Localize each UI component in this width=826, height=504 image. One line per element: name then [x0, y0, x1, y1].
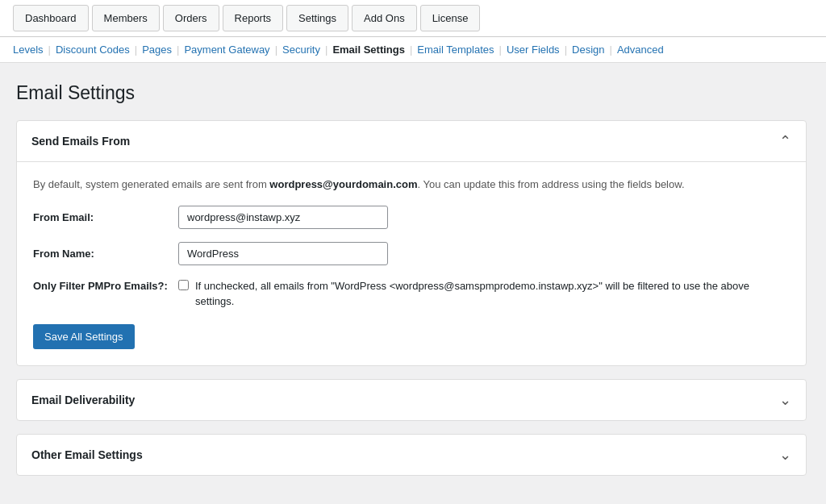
section-title-send-emails-from: Send Emails From — [31, 135, 130, 148]
sub-nav-payment-gateway[interactable]: Payment Gateway — [184, 44, 269, 56]
nav-btn-settings[interactable]: Settings — [286, 5, 348, 31]
separator: | — [44, 44, 56, 56]
sub-nav-pages[interactable]: Pages — [142, 44, 172, 56]
top-nav: Dashboard Members Orders Reports Setting… — [0, 0, 826, 37]
sub-nav-discount-codes[interactable]: Discount Codes — [56, 44, 130, 56]
chevron-down-icon-other: ⌄ — [779, 446, 791, 464]
from-name-row: From Name: — [33, 242, 790, 265]
description-before: By default, system generated emails are … — [33, 178, 269, 190]
separator: | — [270, 44, 282, 56]
separator: | — [320, 44, 332, 56]
section-header-email-deliverability[interactable]: Email Deliverability ⌄ — [17, 380, 806, 420]
from-email-label: From Email: — [33, 211, 178, 223]
chevron-down-icon: ⌄ — [779, 391, 791, 409]
sub-nav-user-fields[interactable]: User Fields — [507, 44, 560, 56]
sub-nav-levels[interactable]: Levels — [13, 44, 44, 56]
section-email-deliverability: Email Deliverability ⌄ — [16, 379, 807, 421]
separator: | — [560, 44, 572, 56]
from-name-input[interactable] — [178, 242, 388, 265]
nav-btn-orders[interactable]: Orders — [163, 5, 219, 31]
sub-nav-email-templates[interactable]: Email Templates — [417, 44, 494, 56]
only-filter-checkbox[interactable] — [178, 280, 189, 290]
description-after: . You can update this from address using… — [418, 178, 685, 190]
section-send-emails-from: Send Emails From ⌃ By default, system ge… — [16, 120, 807, 366]
nav-btn-license[interactable]: License — [420, 5, 481, 31]
only-filter-row: Only Filter PMPro Emails?: If unchecked,… — [33, 278, 790, 310]
sub-nav-security[interactable]: Security — [282, 44, 320, 56]
section-body-send-emails-from: By default, system generated emails are … — [17, 162, 806, 365]
section-header-other-email-settings[interactable]: Other Email Settings ⌄ — [17, 435, 806, 475]
from-name-label: From Name: — [33, 248, 178, 260]
from-email-input[interactable] — [178, 206, 388, 229]
only-filter-label: Only Filter PMPro Emails?: — [33, 278, 178, 292]
save-all-settings-button[interactable]: Save All Settings — [33, 324, 135, 349]
from-email-row: From Email: — [33, 206, 790, 229]
sub-nav-design[interactable]: Design — [572, 44, 604, 56]
separator: | — [604, 44, 616, 56]
separator: | — [405, 44, 417, 56]
separator: | — [172, 44, 184, 56]
section-title-email-deliverability: Email Deliverability — [31, 394, 135, 406]
section-header-send-emails-from[interactable]: Send Emails From ⌃ — [17, 121, 806, 162]
sub-nav-advanced[interactable]: Advanced — [617, 44, 664, 56]
nav-btn-reports[interactable]: Reports — [223, 5, 284, 31]
checkbox-group: If unchecked, all emails from "WordPress… — [178, 278, 790, 310]
page-title: Email Settings — [16, 82, 807, 104]
main-content: Email Settings Send Emails From ⌃ By def… — [0, 63, 823, 504]
separator: | — [130, 44, 142, 56]
section-other-email-settings: Other Email Settings ⌄ — [16, 434, 807, 476]
nav-btn-dashboard[interactable]: Dashboard — [13, 5, 89, 31]
chevron-up-icon: ⌃ — [779, 132, 791, 150]
sub-nav-bar: Levels | Discount Codes | Pages | Paymen… — [0, 37, 826, 63]
description-email: wordpress@yourdomain.com — [269, 178, 417, 190]
checkbox-description: If unchecked, all emails from "WordPress… — [195, 278, 790, 310]
sub-nav-email-settings[interactable]: Email Settings — [332, 44, 405, 56]
section-description: By default, system generated emails are … — [33, 177, 790, 193]
nav-btn-members[interactable]: Members — [92, 5, 160, 31]
separator: | — [494, 44, 506, 56]
section-title-other-email-settings: Other Email Settings — [31, 448, 143, 461]
nav-btn-addons[interactable]: Add Ons — [352, 5, 417, 31]
top-nav-bar: Dashboard Members Orders Reports Setting… — [0, 0, 826, 37]
